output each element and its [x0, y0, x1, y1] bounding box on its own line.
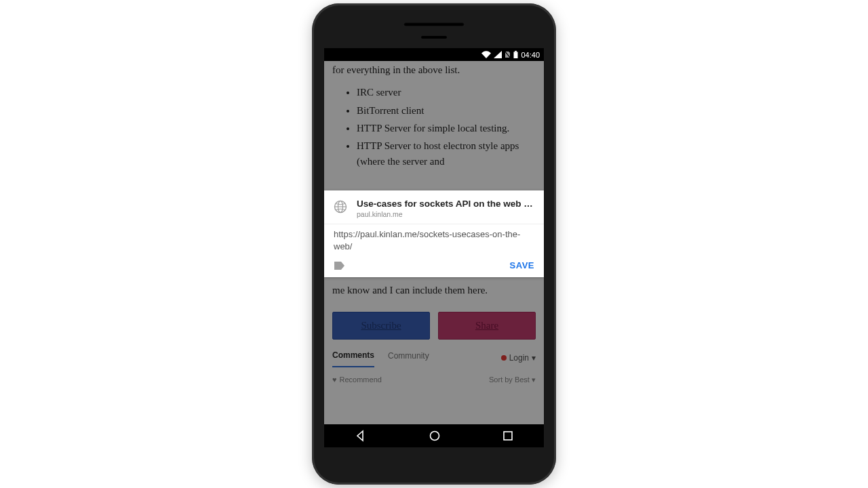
- nav-recents-icon[interactable]: [502, 430, 513, 441]
- share-title: Use-cases for sockets API on the web -…: [357, 199, 534, 209]
- save-button[interactable]: SAVE: [510, 260, 534, 270]
- wifi-icon: [481, 51, 491, 58]
- no-sim-icon: [505, 51, 511, 58]
- phone-earpiece: [403, 22, 465, 26]
- nav-back-icon[interactable]: [355, 430, 367, 442]
- share-sheet-header: Use-cases for sockets API on the web -… …: [324, 190, 544, 224]
- svg-rect-0: [515, 51, 517, 52]
- share-domain: paul.kinlan.me: [357, 210, 534, 218]
- svg-rect-1: [514, 52, 518, 59]
- status-time: 04:40: [521, 51, 540, 59]
- phone-screen: 04:40 for everything in the above list. …: [324, 48, 544, 447]
- cell-signal-icon: [494, 51, 502, 58]
- battery-icon: [513, 51, 518, 58]
- svg-rect-6: [504, 432, 512, 440]
- svg-point-5: [430, 432, 439, 441]
- phone-frame: 04:40 for everything in the above list. …: [312, 3, 556, 485]
- android-nav-bar: [324, 424, 544, 447]
- status-bar: 04:40: [324, 48, 544, 61]
- tag-icon[interactable]: [334, 261, 346, 270]
- nav-home-icon[interactable]: [429, 430, 441, 442]
- globe-icon: [334, 200, 347, 214]
- share-url[interactable]: https://paul.kinlan.me/sockets-usecases-…: [324, 224, 544, 255]
- phone-sensor: [421, 36, 447, 39]
- share-sheet: Use-cases for sockets API on the web -… …: [324, 190, 544, 277]
